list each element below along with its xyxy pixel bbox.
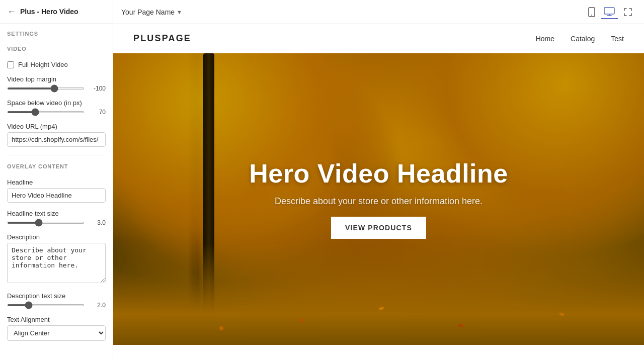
sidebar-body: SETTINGS VIDEO Full Height Video Video t… xyxy=(0,24,113,348)
sidebar-header: ← Plus - Hero Video xyxy=(0,0,113,24)
top-bar: Your Page Name ▼ xyxy=(113,0,644,24)
description-label: Description xyxy=(7,233,106,241)
headline-text-size-slider[interactable] xyxy=(7,222,85,224)
full-height-video-checkbox[interactable] xyxy=(7,61,14,68)
hero-headline: Hero Video Headline xyxy=(249,159,508,188)
description-text-size-slider-row: 2.0 xyxy=(7,302,106,309)
description-text-size-label: Description text size xyxy=(7,292,106,300)
nav-link-catalog[interactable]: Catalog xyxy=(571,35,595,43)
store-nav-links: Home Catalog Test xyxy=(536,35,624,43)
desktop-icon xyxy=(604,7,615,16)
description-textarea[interactable]: Describe about your store or other infor… xyxy=(7,243,106,283)
sidebar-title: Plus - Hero Video xyxy=(20,8,78,16)
hero-section: Hero Video Headline Describe about your … xyxy=(113,53,644,345)
video-top-margin-slider-row: -100 xyxy=(7,85,106,92)
mobile-view-button[interactable] xyxy=(585,5,599,19)
preview-area: PLUSPAGE Home Catalog Test xyxy=(113,24,644,362)
store-navbar: PLUSPAGE Home Catalog Test xyxy=(113,24,644,53)
video-top-margin-value: -100 xyxy=(89,85,106,92)
video-top-margin-field: Video top margin -100 xyxy=(7,75,106,92)
video-section-label: VIDEO xyxy=(7,46,106,52)
description-field: Description Describe about your store or… xyxy=(7,233,106,285)
settings-label: SETTINGS xyxy=(7,31,106,37)
section-divider xyxy=(7,155,106,155)
full-height-video-row: Full Height Video xyxy=(7,61,106,68)
svg-rect-2 xyxy=(604,8,614,14)
text-alignment-label: Text Alignment xyxy=(7,316,106,323)
page-name-label: Your Page Name xyxy=(121,8,175,16)
headline-input[interactable] xyxy=(7,188,106,203)
fullscreen-view-button[interactable] xyxy=(620,5,636,19)
hero-content: Hero Video Headline Describe about your … xyxy=(239,159,518,239)
desktop-view-button[interactable] xyxy=(601,5,618,19)
nav-link-test[interactable]: Test xyxy=(611,35,624,43)
headline-text-size-slider-row: 3.0 xyxy=(7,219,106,226)
svg-point-1 xyxy=(591,15,592,16)
description-text-size-slider[interactable] xyxy=(7,304,85,306)
mobile-icon xyxy=(588,7,596,17)
description-text-size-value: 2.0 xyxy=(89,302,106,309)
space-below-slider[interactable] xyxy=(7,111,85,113)
full-height-video-label: Full Height Video xyxy=(18,61,68,68)
chevron-down-icon: ▼ xyxy=(177,9,182,15)
store-logo: PLUSPAGE xyxy=(133,33,536,44)
video-url-label: Video URL (mp4) xyxy=(7,123,106,130)
view-products-button[interactable]: VIEW PRODUCTS xyxy=(331,217,426,239)
video-top-margin-label: Video top margin xyxy=(7,75,106,83)
hero-description: Describe about your store or other infor… xyxy=(275,196,482,207)
headline-text-size-field: Headline text size 3.0 xyxy=(7,210,106,226)
settings-sidebar: ← Plus - Hero Video SETTINGS VIDEO Full … xyxy=(0,0,113,362)
space-below-field: Space below video (in px) 70 xyxy=(7,99,106,116)
video-url-field: Video URL (mp4) xyxy=(7,123,106,147)
headline-label: Headline xyxy=(7,178,106,186)
back-button[interactable]: ← xyxy=(7,7,16,16)
video-top-margin-slider[interactable] xyxy=(7,87,85,89)
headline-field: Headline xyxy=(7,178,106,203)
page-name-button[interactable]: Your Page Name ▼ xyxy=(121,8,182,16)
text-alignment-field: Text Alignment Align Left Align Center A… xyxy=(7,316,106,341)
headline-text-size-label: Headline text size xyxy=(7,210,106,217)
description-text-size-field: Description text size 2.0 xyxy=(7,292,106,309)
headline-text-size-value: 3.0 xyxy=(89,219,106,226)
video-url-input[interactable] xyxy=(7,132,106,147)
space-below-value: 70 xyxy=(89,109,106,116)
text-alignment-select[interactable]: Align Left Align Center Align Right xyxy=(7,325,106,341)
overlay-section-label: OVERLAY CONTENT xyxy=(7,163,106,169)
space-below-slider-row: 70 xyxy=(7,109,106,116)
main-area: Your Page Name ▼ xyxy=(113,0,644,362)
fullscreen-icon xyxy=(623,7,633,17)
nav-link-home[interactable]: Home xyxy=(536,35,554,43)
space-below-label: Space below video (in px) xyxy=(7,99,106,107)
device-icons xyxy=(585,5,636,19)
